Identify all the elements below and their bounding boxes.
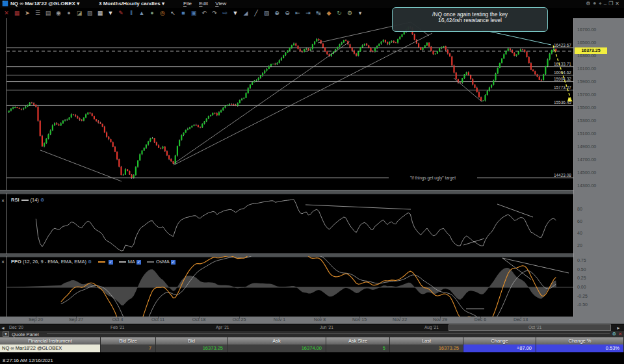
grid-icon[interactable]: ▦ (95, 8, 105, 18)
square-fill-icon[interactable]: ■ (178, 8, 188, 18)
ppo-tick: -0.50 (577, 302, 588, 307)
column-header-financial-instrument[interactable]: Financial Instrument (0, 337, 101, 344)
app-icon: 🟦 (2, 1, 8, 6)
tools-icon[interactable]: ⚙ (344, 8, 355, 18)
rsi-close-icon[interactable]: ✕ (1, 198, 5, 203)
rsi-chart-canvas[interactable] (0, 193, 573, 254)
quote-row[interactable]: NQ ∞ Mar18'22 @GLOBEX716373.2516374.0051… (0, 344, 624, 352)
bars-icon[interactable]: ‖ (126, 8, 136, 18)
zoom-out-icon[interactable]: ⊖ (282, 8, 292, 18)
sphere-icon[interactable]: ● (147, 8, 157, 18)
quote-settings-icon[interactable]: ⚙ (612, 332, 616, 337)
ppo-checkbox[interactable]: ✓ (109, 260, 113, 265)
ruler-icon[interactable]: ◢ (240, 8, 251, 18)
trendline-icon[interactable]: ╱ (251, 8, 261, 18)
rsi-settings-icon[interactable]: ⚙ (40, 198, 44, 202)
svg-text:15904.32: 15904.32 (554, 77, 571, 81)
list-icon[interactable]: ☰ (32, 8, 43, 18)
osma-checkbox[interactable]: ✓ (171, 260, 176, 265)
svg-text:"if things get ugly" target: "if things get ugly" target (410, 176, 456, 181)
refresh-icon[interactable]: ↻ (334, 8, 344, 18)
pin-icon[interactable]: ⌖ (599, 1, 604, 6)
annotation-callout[interactable]: /NQ once again testing the key 16,424ish… (392, 7, 548, 32)
ppo-tick: -0.25 (577, 294, 588, 298)
svg-text:15773.27: 15773.27 (554, 85, 571, 90)
price-chart-canvas[interactable]: 16423.6716133.7116004.6215904.3215773.27… (0, 18, 573, 190)
change-cell: +87.00 (463, 344, 536, 352)
menu-view[interactable]: View (215, 1, 226, 6)
price-tick: 16700.00 (577, 27, 596, 32)
ask-cell: 16374.00 (228, 344, 326, 352)
marker-icon[interactable]: ✎ (116, 8, 126, 18)
svg-text:16423.67: 16423.67 (554, 43, 571, 47)
hatch-icon[interactable]: ▨ (261, 8, 272, 18)
arrow-right-icon[interactable]: ⇨ (220, 8, 230, 18)
pointer-icon[interactable]: ➤ (22, 8, 32, 18)
close-icon[interactable]: ✕ (615, 1, 621, 6)
ma-checkbox[interactable]: ✓ (136, 260, 141, 265)
quote-panel-title: Quote Panel (12, 332, 39, 337)
column-header-last[interactable]: Last (390, 337, 463, 344)
menu-file[interactable]: File (183, 1, 192, 6)
copy-icon[interactable]: ▤ (43, 8, 53, 18)
ppo-close-icon[interactable]: ✕ (1, 259, 5, 264)
square-outline-icon[interactable]: ▣ (188, 8, 199, 18)
column-header-bid-size[interactable]: Bid Size (101, 337, 156, 344)
instrument-cell: NQ ∞ Mar18'22 @GLOBEX (0, 344, 101, 352)
image-icon[interactable]: ▨ (84, 8, 95, 18)
time-axis[interactable]: Sep 20Sep 27Oct 4Oct 11Oct 18Oct 25Nov 1… (0, 317, 624, 324)
menu-edit[interactable]: Edit (199, 1, 208, 6)
cursor-icon[interactable]: ↖ (168, 8, 178, 18)
scrollbar-month-label: Aug '21 (424, 325, 439, 330)
triangle-up-icon[interactable]: ▲ (136, 8, 147, 18)
osma-line-sample (147, 261, 154, 263)
more-icon[interactable]: ▾ (355, 8, 365, 18)
timeframe-selector[interactable]: 3 Months/Hourly candles ▾ (99, 1, 164, 6)
remove-icon[interactable]: ✕ (1, 8, 12, 18)
collapse-icon[interactable]: ▼ (3, 332, 9, 337)
ppo-tick: 0.50 (577, 267, 586, 272)
column-header-ask-size[interactable]: Ask Size (326, 337, 390, 344)
restore-icon[interactable]: ❐ (608, 1, 615, 6)
ppo-header: PPO (12, 26, 9 - EMA, EMA, EMA) ⚙ ✓ MA✓ … (11, 259, 178, 265)
price-tick: 15700.00 (577, 92, 596, 97)
quote-close-icon[interactable]: ✕ (618, 332, 622, 337)
shape-icon[interactable]: ◆ (324, 8, 334, 18)
price-tick: 16100.00 (577, 66, 596, 71)
dropdown2-icon[interactable]: ▼ (230, 8, 240, 18)
symbol-title[interactable]: NQ ∞ Mar18'22 @GLOBEX ▾ (10, 1, 79, 6)
column-header-ask[interactable]: Ask (228, 337, 326, 344)
quote-panel-header[interactable]: ▼ Quote Panel ⚙ ✕ (0, 331, 624, 337)
scrollbar-month-label: Dec '20 (9, 325, 23, 330)
price-tick: 14700.00 (577, 157, 596, 162)
column-header-change[interactable]: Change (463, 337, 536, 344)
search-icon[interactable]: ◉ (53, 8, 64, 18)
price-tick: 16500.00 (577, 40, 596, 45)
ppo-tick: 0.75 (577, 258, 586, 263)
swap-icon[interactable]: ↹ (313, 8, 324, 18)
window-controls[interactable]: ⚙⚭⌖–❐✕ (586, 1, 621, 7)
expand-right-icon[interactable]: ⇥ (303, 8, 313, 18)
snap-grid-icon[interactable]: ▦ (12, 8, 22, 18)
redo-icon[interactable]: ↷ (209, 8, 220, 18)
settings-icon[interactable]: ⚙ (586, 1, 592, 6)
price-axis[interactable]: 16700.0016500.0016300.0016100.0015900.00… (573, 18, 624, 317)
menu-bar: File Edit View (183, 1, 232, 6)
zoom-in-icon[interactable]: ⊕ (272, 8, 282, 18)
column-header-bid[interactable]: Bid (156, 337, 228, 344)
column-header-change-[interactable]: Change % (536, 337, 624, 344)
ppo-settings-icon[interactable]: ⚙ (88, 259, 92, 264)
target-icon[interactable]: ◎ (157, 8, 168, 18)
folder-icon[interactable]: ◪ (74, 8, 84, 18)
minimize-icon[interactable]: – (604, 1, 608, 6)
ppo-chart-canvas[interactable] (0, 256, 573, 317)
dropdown-icon[interactable]: ▼ (105, 8, 116, 18)
link-icon[interactable]: ⚭ (592, 1, 599, 6)
annotation-line2: 16,424ish resistance level (393, 16, 547, 25)
price-tick: 15300.00 (577, 118, 596, 123)
expand-left-icon[interactable]: ⇤ (292, 8, 303, 18)
undo-icon[interactable]: ↶ (199, 8, 209, 18)
circle-icon[interactable]: ● (64, 8, 74, 18)
price-tick: 14500.00 (577, 170, 596, 175)
rsi-tick: 20 (577, 243, 582, 248)
